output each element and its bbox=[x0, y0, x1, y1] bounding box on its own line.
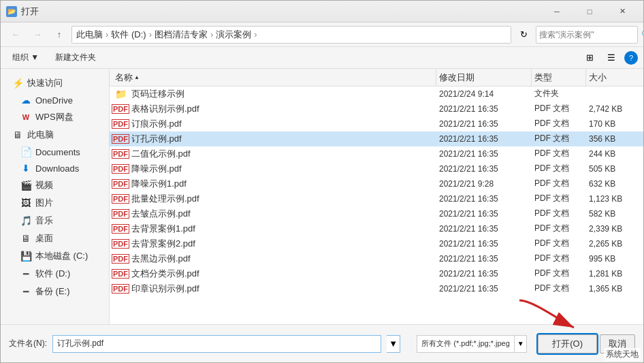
cell-size: 995 KB bbox=[586, 251, 641, 266]
sidebar-label-music: 音乐 bbox=[35, 215, 53, 227]
open-button[interactable]: 打开(O) bbox=[538, 334, 597, 353]
cell-type: PDF 文档 bbox=[532, 161, 586, 176]
table-row[interactable]: PDF 去背景案例2.pdf 2021/2/21 16:35 PDF 文档 2,… bbox=[110, 236, 643, 251]
cell-date: 2021/2/21 16:35 bbox=[436, 206, 532, 221]
organize-button[interactable]: 组织 ▼ bbox=[6, 50, 45, 66]
sidebar-label-quick-access: 快速访问 bbox=[27, 77, 63, 89]
wps-icon: W bbox=[20, 112, 31, 123]
sidebar-item-local-c[interactable]: 💾 本地磁盘 (C:) bbox=[1, 247, 109, 265]
pdf-icon: PDF bbox=[112, 269, 129, 279]
new-folder-button[interactable]: 新建文件夹 bbox=[49, 50, 102, 66]
table-row[interactable]: PDF 降噪示例1.pdf 2021/2/21 9:28 PDF 文档 632 … bbox=[110, 176, 643, 191]
table-row[interactable]: PDF 表格识别示例.pdf 2021/2/21 16:35 PDF 文档 2,… bbox=[110, 101, 643, 116]
view-icon-button[interactable]: ⊞ bbox=[581, 50, 598, 65]
column-date[interactable]: 修改日期 bbox=[436, 69, 532, 86]
cell-name: PDF 订孔示例.pdf bbox=[112, 131, 436, 146]
breadcrumb-folder[interactable]: 演示案例 bbox=[216, 29, 251, 41]
quick-access-icon: ⚡ bbox=[12, 78, 23, 89]
cell-date: 2021/2/21 16:35 bbox=[436, 191, 532, 206]
breadcrumb-pc[interactable]: 此电脑 bbox=[76, 29, 103, 41]
cell-name: 📁 页码迁移示例 bbox=[112, 86, 436, 101]
help-button[interactable]: ? bbox=[624, 51, 638, 65]
cell-date: 2021/2/21 16:35 bbox=[436, 236, 532, 251]
sidebar-item-desktop[interactable]: 🖥 桌面 bbox=[1, 230, 109, 247]
filename-input[interactable] bbox=[52, 335, 381, 353]
table-row[interactable]: PDF 降噪示例.pdf 2021/2/21 16:35 PDF 文档 505 … bbox=[110, 161, 643, 176]
column-name[interactable]: 名称 ▲ bbox=[112, 69, 436, 86]
sidebar-item-backup-e[interactable]: ━ 备份 (E:) bbox=[1, 283, 109, 300]
filename-dropdown-button[interactable]: ▼ bbox=[387, 335, 400, 353]
sidebar-label-local-c: 本地磁盘 (C:) bbox=[35, 250, 88, 262]
cell-type: PDF 文档 bbox=[532, 116, 586, 131]
forward-button[interactable]: → bbox=[28, 26, 47, 44]
cell-name: PDF 降噪示例1.pdf bbox=[112, 176, 436, 191]
refresh-button[interactable]: ↻ bbox=[514, 26, 533, 44]
cell-type: PDF 文档 bbox=[532, 191, 586, 206]
search-box: 🔍 bbox=[536, 26, 638, 44]
sidebar-item-quick-access[interactable]: ⚡ 快速访问 bbox=[1, 74, 109, 92]
cell-type: PDF 文档 bbox=[532, 131, 586, 146]
watermark: 系统天地 bbox=[604, 348, 641, 361]
file-icon: PDF bbox=[115, 193, 126, 204]
table-row[interactable]: PDF 批量处理示例.pdf 2021/2/21 16:35 PDF 文档 1,… bbox=[110, 191, 643, 206]
filetype-button[interactable]: 所有文件 (*.pdf;*.jpg;*.jpeg;*j bbox=[417, 335, 515, 353]
onedrive-icon: ☁ bbox=[20, 95, 31, 106]
back-button[interactable]: ← bbox=[6, 26, 25, 44]
maximize-button[interactable]: □ bbox=[574, 1, 605, 22]
cell-type: PDF 文档 bbox=[532, 221, 586, 236]
dialog-icon: 📂 bbox=[6, 6, 17, 17]
cell-size: 2,742 KB bbox=[586, 101, 641, 116]
sidebar-item-music[interactable]: 🎵 音乐 bbox=[1, 212, 109, 230]
open-dialog: 📂 打开 ─ □ ✕ ← → ↑ 此电脑 › 软件 (D:) › 图档清洁专家 … bbox=[0, 0, 644, 363]
sidebar-item-documents[interactable]: 📄 Documents bbox=[1, 144, 109, 160]
cell-date: 2021/2/21 16:35 bbox=[436, 161, 532, 176]
view-list-button[interactable]: ☰ bbox=[602, 50, 620, 65]
cell-date: 2021/2/21 16:35 bbox=[436, 131, 532, 146]
cell-date: 2021/2/21 16:35 bbox=[436, 116, 532, 131]
cell-date: 2021/2/21 16:35 bbox=[436, 221, 532, 236]
file-icon: PDF bbox=[115, 268, 126, 279]
table-row[interactable]: PDF 二值化示例.pdf 2021/2/21 16:35 PDF 文档 244… bbox=[110, 146, 643, 161]
sidebar-item-wps[interactable]: W WPS网盘 bbox=[1, 108, 109, 126]
sidebar-label-video: 视频 bbox=[35, 179, 53, 191]
sidebar-item-video[interactable]: 🎬 视频 bbox=[1, 176, 109, 194]
pictures-icon: 🖼 bbox=[20, 198, 31, 208]
cell-size: 632 KB bbox=[586, 176, 641, 191]
column-size[interactable]: 大小 bbox=[586, 69, 641, 86]
breadcrumb-app[interactable]: 图档清洁专家 bbox=[155, 29, 208, 41]
table-row[interactable]: PDF 去皱点示例.pdf 2021/2/21 16:35 PDF 文档 582… bbox=[110, 206, 643, 221]
cell-date: 2021/2/24 9:14 bbox=[436, 86, 532, 101]
cell-type: PDF 文档 bbox=[532, 251, 586, 266]
up-button[interactable]: ↑ bbox=[50, 26, 69, 44]
table-row[interactable]: PDF 订痕示例.pdf 2021/2/21 16:35 PDF 文档 170 … bbox=[110, 116, 643, 131]
table-row[interactable]: PDF 订孔示例.pdf 2021/2/21 16:35 PDF 文档 356 … bbox=[110, 131, 643, 146]
sidebar-label-backup-e: 备份 (E:) bbox=[35, 285, 70, 298]
breadcrumb[interactable]: 此电脑 › 软件 (D:) › 图档清洁专家 › 演示案例 › bbox=[71, 26, 511, 44]
sidebar-item-this-pc[interactable]: 🖥 此电脑 bbox=[1, 126, 109, 144]
cell-size: 2,265 KB bbox=[586, 236, 641, 251]
sidebar-item-pictures[interactable]: 🖼 图片 bbox=[1, 194, 109, 212]
table-row[interactable]: PDF 文档分类示例.pdf 2021/2/21 16:35 PDF 文档 1,… bbox=[110, 266, 643, 281]
table-row[interactable]: PDF 印章识别示例.pdf 2021/2/21 16:35 PDF 文档 1,… bbox=[110, 281, 643, 296]
sidebar-label-downloads: Downloads bbox=[35, 163, 79, 174]
table-row[interactable]: PDF 去黑边示例.pdf 2021/2/21 16:35 PDF 文档 995… bbox=[110, 251, 643, 266]
table-row[interactable]: PDF 去背景案例1.pdf 2021/2/21 16:35 PDF 文档 2,… bbox=[110, 221, 643, 236]
breadcrumb-drive[interactable]: 软件 (D:) bbox=[111, 29, 146, 41]
filename-label: 文件名(N): bbox=[9, 338, 47, 349]
file-list: 名称 ▲ 修改日期 类型 大小 📁 页码迁移示例 2021/2/24 9:14 bbox=[110, 69, 643, 324]
sidebar-item-onedrive[interactable]: ☁ OneDrive bbox=[1, 92, 109, 108]
file-icon: PDF bbox=[115, 208, 126, 219]
close-button[interactable]: ✕ bbox=[607, 1, 638, 22]
minimize-button[interactable]: ─ bbox=[541, 1, 573, 22]
column-type[interactable]: 类型 bbox=[532, 69, 586, 86]
search-input[interactable] bbox=[539, 30, 641, 40]
sidebar-item-software-d[interactable]: ━ 软件 (D:) bbox=[1, 265, 109, 283]
sidebar-item-downloads[interactable]: ⬇ Downloads bbox=[1, 160, 109, 176]
organize-toolbar: 组织 ▼ 新建文件夹 ⊞ ☰ ? bbox=[1, 47, 643, 69]
sidebar-label-software-d: 软件 (D:) bbox=[35, 268, 70, 280]
cell-size: 1,281 KB bbox=[586, 266, 641, 281]
filetype-dropdown-button[interactable]: ▼ bbox=[515, 335, 527, 353]
file-icon: PDF bbox=[115, 148, 126, 159]
table-row[interactable]: 📁 页码迁移示例 2021/2/24 9:14 文件夹 bbox=[110, 86, 643, 101]
sidebar-label-wps: WPS网盘 bbox=[35, 111, 74, 123]
